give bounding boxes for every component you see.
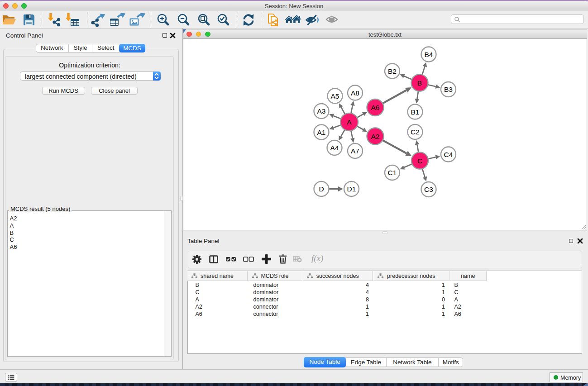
svg-text:C3: C3 [424, 186, 433, 193]
svg-text:C: C [417, 157, 422, 165]
svg-text:B3: B3 [444, 86, 453, 93]
svg-text:B1: B1 [411, 108, 420, 116]
svg-text:A4: A4 [330, 144, 339, 152]
svg-text:B4: B4 [425, 51, 433, 58]
svg-text:A2: A2 [371, 133, 380, 140]
svg-text:A8: A8 [351, 89, 359, 97]
svg-text:A: A [347, 118, 352, 126]
svg-text:A6: A6 [371, 104, 380, 111]
svg-text:C2: C2 [411, 128, 420, 136]
svg-text:C1: C1 [388, 169, 397, 176]
svg-text:C4: C4 [444, 151, 453, 158]
svg-text:D1: D1 [347, 185, 356, 193]
svg-text:B2: B2 [388, 67, 397, 75]
svg-text:A5: A5 [331, 92, 339, 100]
svg-text:B: B [417, 79, 422, 87]
svg-text:A1: A1 [317, 129, 326, 136]
svg-text:D: D [319, 185, 324, 193]
svg-text:A7: A7 [351, 147, 359, 155]
svg-text:A3: A3 [317, 107, 326, 115]
